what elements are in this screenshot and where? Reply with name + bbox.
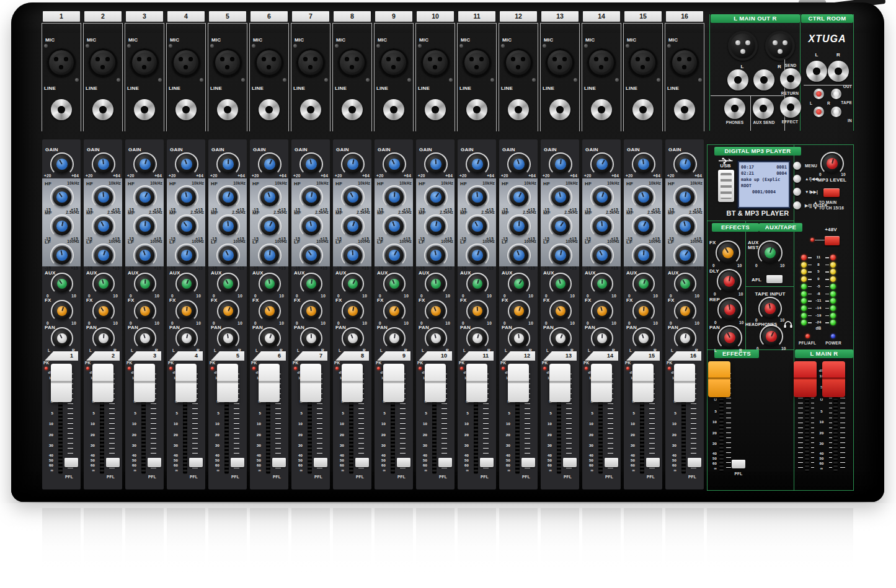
pfl-button[interactable] (563, 458, 577, 467)
send-knob[interactable] (632, 300, 655, 322)
eq-knob[interactable] (466, 185, 489, 209)
channel-fader[interactable] (300, 364, 321, 402)
effects-knob[interactable] (717, 297, 742, 322)
gain-knob[interactable] (507, 152, 531, 176)
pfl-button[interactable] (314, 458, 327, 467)
gain-knob[interactable] (133, 152, 157, 176)
gain-knob[interactable] (175, 152, 198, 176)
usb-port[interactable] (718, 170, 734, 202)
eq-knob[interactable] (424, 185, 448, 209)
phantom-switch[interactable] (825, 236, 840, 245)
mp3-button[interactable] (793, 162, 801, 170)
pan-knob[interactable] (508, 327, 530, 349)
send-knob[interactable] (259, 273, 281, 295)
send-knob[interactable] (383, 273, 406, 295)
gain-knob[interactable] (466, 152, 489, 176)
gain-knob[interactable] (590, 152, 614, 176)
send-knob[interactable] (300, 300, 322, 322)
aux-mst-knob[interactable] (758, 240, 783, 265)
main-fader-left[interactable] (794, 361, 817, 397)
mp3-button[interactable] (793, 175, 801, 183)
eq-knob[interactable] (299, 214, 323, 238)
eq-knob[interactable] (92, 244, 115, 267)
eq-knob[interactable] (175, 214, 198, 238)
mp3-button[interactable] (793, 188, 801, 196)
pan-knob[interactable] (674, 327, 696, 349)
send-knob[interactable] (674, 273, 696, 295)
pfl-button[interactable] (480, 458, 494, 467)
eq-knob[interactable] (258, 185, 282, 209)
effects-knob[interactable] (717, 269, 742, 294)
channel-fader[interactable] (383, 364, 404, 402)
pan-knob[interactable] (342, 327, 364, 349)
eq-knob[interactable] (466, 214, 489, 238)
send-knob[interactable] (342, 273, 364, 295)
channel-fader[interactable] (591, 364, 612, 402)
gain-knob[interactable] (216, 152, 240, 176)
pfl-button[interactable] (231, 458, 244, 467)
pan-knob[interactable] (466, 327, 489, 349)
effects-fader[interactable] (708, 361, 730, 397)
gain-knob[interactable] (424, 152, 448, 176)
eq-knob[interactable] (299, 244, 323, 267)
eq-knob[interactable] (383, 214, 406, 238)
eq-knob[interactable] (383, 185, 406, 209)
pan-knob[interactable] (549, 327, 572, 349)
send-knob[interactable] (175, 273, 198, 295)
eq-knob[interactable] (216, 185, 240, 209)
eq-knob[interactable] (549, 214, 572, 238)
gain-knob[interactable] (383, 152, 406, 176)
send-knob[interactable] (632, 273, 655, 295)
pfl-button[interactable] (106, 458, 120, 467)
eq-knob[interactable] (341, 214, 365, 238)
send-knob[interactable] (217, 300, 239, 322)
send-knob[interactable] (259, 300, 281, 322)
send-knob[interactable] (508, 273, 530, 295)
channel-fader[interactable] (92, 364, 113, 402)
pan-knob[interactable] (134, 327, 156, 349)
send-knob[interactable] (425, 273, 447, 295)
channel-fader[interactable] (674, 364, 695, 402)
channel-fader[interactable] (51, 364, 72, 402)
effects-pfl-button[interactable] (732, 460, 745, 468)
channel-fader[interactable] (466, 364, 487, 402)
pfl-button[interactable] (355, 458, 369, 467)
eq-knob[interactable] (341, 244, 365, 267)
pfl-button[interactable] (397, 458, 410, 467)
eq-knob[interactable] (299, 185, 323, 209)
send-knob[interactable] (217, 273, 239, 295)
mp3-button[interactable] (793, 201, 801, 209)
channel-fader[interactable] (134, 364, 155, 402)
eq-knob[interactable] (133, 185, 157, 209)
mp3-level-knob[interactable] (820, 152, 844, 175)
send-knob[interactable] (134, 273, 156, 295)
eq-knob[interactable] (133, 214, 157, 238)
channel-fader[interactable] (259, 364, 280, 402)
channel-fader[interactable] (632, 364, 654, 402)
gain-knob[interactable] (299, 152, 323, 176)
eq-knob[interactable] (507, 214, 531, 238)
eq-knob[interactable] (341, 185, 365, 209)
gain-knob[interactable] (92, 152, 115, 176)
eq-knob[interactable] (632, 185, 655, 209)
eq-knob[interactable] (424, 244, 448, 267)
eq-knob[interactable] (175, 244, 198, 267)
eq-knob[interactable] (632, 244, 655, 267)
send-knob[interactable] (300, 273, 322, 295)
eq-knob[interactable] (590, 185, 614, 209)
eq-knob[interactable] (216, 214, 240, 238)
eq-knob[interactable] (673, 244, 697, 267)
eq-knob[interactable] (383, 244, 406, 267)
headphones-knob[interactable] (760, 325, 783, 348)
send-knob[interactable] (549, 300, 572, 322)
pan-knob[interactable] (217, 327, 239, 349)
pfl-button[interactable] (189, 458, 203, 467)
send-knob[interactable] (342, 300, 364, 322)
pan-knob[interactable] (92, 327, 115, 349)
eq-knob[interactable] (673, 185, 697, 209)
eq-knob[interactable] (92, 214, 115, 238)
pan-knob[interactable] (425, 327, 447, 349)
gain-knob[interactable] (50, 152, 74, 176)
pan-knob[interactable] (259, 327, 281, 349)
pan-knob[interactable] (591, 327, 613, 349)
